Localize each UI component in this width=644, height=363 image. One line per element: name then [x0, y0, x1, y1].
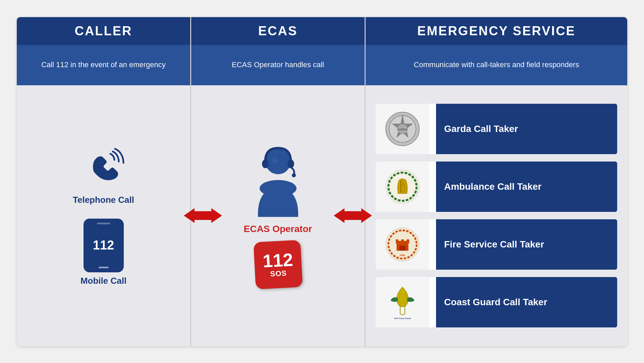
section-emergency: EMERGENCY SERVICE Communicate with call-…	[366, 17, 627, 346]
phone-ring-icon	[82, 145, 125, 191]
sos-number: 112	[262, 251, 293, 270]
ecas-operator-label: ECAS Operator	[244, 224, 312, 234]
arrow-ecas-emergency	[341, 208, 365, 223]
arrow-caller-ecas	[191, 208, 215, 223]
arrow-body2	[344, 211, 361, 220]
ambulance-label: Ambulance Call Taker	[444, 181, 541, 192]
caller-body: Telephone Call 112 Mobile Call	[17, 85, 190, 346]
svg-rect-17	[407, 239, 409, 243]
ambulance-label-box: Ambulance Call Taker	[436, 162, 617, 212]
emergency-header: EMERGENCY SERVICE	[366, 17, 627, 45]
diagram: CALLER Call 112 in the event of an emerg…	[17, 17, 627, 346]
svg-point-3	[292, 173, 296, 177]
section-ecas: ECAS ECAS Operator handles call	[191, 17, 366, 346]
coastguard-label-box: Coast Guard Call Taker	[436, 277, 617, 327]
arrow-head-left2	[334, 208, 344, 223]
fire-logo: FIRE	[376, 219, 429, 270]
garda-label-box: Garda Call Taker	[436, 104, 617, 154]
service-row-coastguard: Irish Coast Guard Coast Guard Call Taker	[376, 277, 617, 327]
service-row-fire: FIRE Fire Service Call Taker	[376, 219, 617, 270]
svg-text:Irish Coast Guard: Irish Coast Guard	[394, 317, 411, 319]
caller-subheader: Call 112 in the event of an emergency	[17, 45, 190, 85]
mobile-number: 112	[93, 238, 114, 253]
service-row-ambulance: Ambulance Call Taker	[376, 162, 617, 212]
sos-text: SOS	[270, 269, 287, 279]
ecas-header: ECAS	[191, 17, 365, 45]
svg-text:GARDA: GARDA	[397, 128, 408, 131]
operator-person-icon	[248, 143, 308, 217]
emergency-subheader: Communicate with call-takers and field r…	[366, 45, 627, 85]
garda-label: Garda Call Taker	[444, 124, 518, 134]
garda-logo: GARDA	[376, 104, 429, 154]
svg-text:FIRE: FIRE	[400, 254, 405, 257]
mobile-call-label: Mobile Call	[80, 276, 126, 286]
coastguard-label: Coast Guard Call Taker	[444, 297, 547, 308]
fire-label-box: Fire Service Call Taker	[436, 219, 617, 270]
coastguard-logo: Irish Coast Guard	[376, 277, 429, 327]
ecas-center: ECAS Operator 112 SOS	[215, 143, 341, 288]
svg-point-5	[260, 180, 297, 197]
svg-point-1	[262, 160, 269, 168]
emergency-body: GARDA Garda Call Taker	[366, 85, 627, 346]
ecas-body: ECAS Operator 112 SOS	[191, 85, 365, 346]
caller-header: CALLER	[17, 17, 190, 45]
ambulance-logo	[376, 162, 429, 212]
telephone-call-label: Telephone Call	[73, 195, 134, 205]
arrow-head-left	[184, 208, 195, 223]
fire-label: Fire Service Call Taker	[444, 239, 544, 250]
section-caller: CALLER Call 112 in the event of an emerg…	[17, 17, 191, 346]
svg-rect-19	[399, 245, 406, 251]
main-row: CALLER Call 112 in the event of an emerg…	[17, 17, 627, 346]
svg-point-4	[272, 157, 277, 164]
arrow-body	[195, 211, 211, 220]
sos-badge: 112 SOS	[253, 240, 303, 289]
mobile-phone-icon: 112	[84, 219, 124, 272]
svg-rect-16	[396, 239, 398, 243]
svg-rect-18	[401, 239, 404, 243]
service-row-garda: GARDA Garda Call Taker	[376, 104, 617, 154]
ecas-subheader: ECAS Operator handles call	[191, 45, 365, 85]
